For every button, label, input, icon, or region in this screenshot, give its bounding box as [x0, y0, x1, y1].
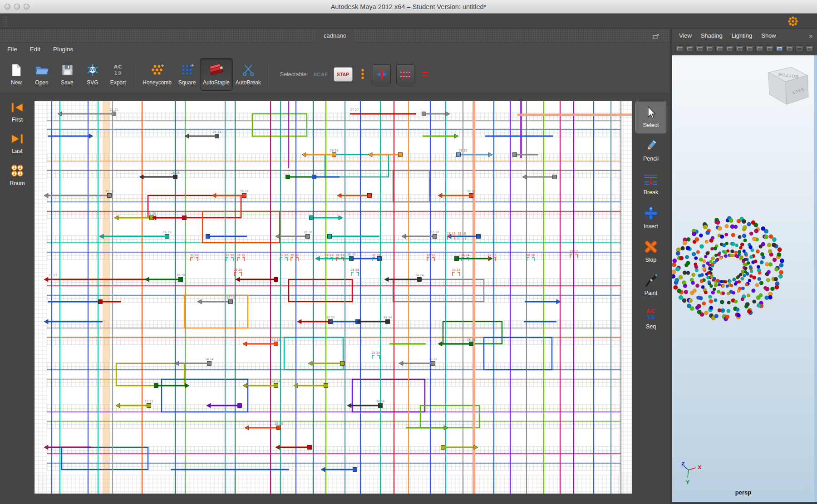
- cadnano-flower-icon[interactable]: [787, 15, 799, 29]
- svg-text:24 24: 24 24: [452, 268, 461, 272]
- insert-plus-icon: [644, 206, 658, 222]
- new-button[interactable]: New: [4, 58, 29, 91]
- skip-tool-button[interactable]: Skip: [635, 235, 666, 268]
- pane-menu-icon[interactable]: [675, 45, 684, 52]
- close-button[interactable]: [5, 4, 10, 10]
- viewport-menu-view[interactable]: View: [679, 32, 692, 39]
- helix-lines-button[interactable]: [420, 71, 432, 78]
- window-controls: [5, 4, 30, 10]
- view-cube-toggle-icon[interactable]: [725, 45, 734, 52]
- viewport-iconbar: [672, 43, 817, 55]
- camera-attributes-icon[interactable]: [695, 45, 704, 52]
- svg-text:12 12: 12 12: [226, 296, 235, 299]
- pencil-icon: [644, 139, 658, 154]
- seq-tool-button[interactable]: AC 19 Seq: [635, 302, 666, 335]
- paintbrush-icon: [644, 274, 658, 289]
- titlebar: Autodesk Maya 2012 x64 – Student Version…: [0, 0, 817, 14]
- gate-mask-icon[interactable]: [775, 45, 784, 52]
- cadnano-menubar: File Edit Plugins: [0, 43, 670, 55]
- insert-tool-button[interactable]: Insert: [635, 201, 666, 234]
- resolution-gate-icon[interactable]: [765, 45, 774, 52]
- safe-title-icon[interactable]: [795, 45, 804, 52]
- menu-file[interactable]: File: [7, 46, 17, 53]
- svg-text:34 34: 34 34: [272, 380, 281, 383]
- break-tool-label: Break: [644, 189, 659, 196]
- grid-toggle-icon[interactable]: [745, 45, 754, 52]
- svg-text:24 24: 24 24: [372, 351, 380, 355]
- viewport-menu-lighting[interactable]: Lighting: [732, 32, 753, 39]
- save-floppy-icon: [61, 63, 74, 77]
- autobreak-button[interactable]: AutoBreak: [233, 58, 264, 91]
- svg-text:36 36: 36 36: [467, 338, 476, 342]
- svg-text:28 28: 28 28: [527, 254, 535, 257]
- save-button-label: Save: [61, 79, 73, 86]
- viewport-menu-shading[interactable]: Shading: [701, 32, 723, 39]
- menu-plugins[interactable]: Plugins: [53, 46, 73, 53]
- menu-edit[interactable]: Edit: [30, 46, 40, 53]
- svg-text:AC: AC: [114, 64, 123, 70]
- svg-text:14 14: 14 14: [205, 357, 214, 361]
- isolate-select-icon[interactable]: [735, 45, 744, 52]
- svg-text:28 28: 28 28: [336, 254, 345, 257]
- toolbar-separator: [135, 61, 136, 88]
- first-label: First: [12, 117, 23, 123]
- svg-text:27 27: 27 27: [350, 108, 359, 112]
- paint-tool-button[interactable]: Paint: [635, 269, 666, 301]
- float-panel-icon[interactable]: [653, 33, 659, 41]
- autostaple-button-label: AutoStaple: [203, 79, 230, 86]
- rnum-label: Rnum: [10, 180, 25, 186]
- viewport-menu-show[interactable]: Show: [761, 32, 776, 39]
- perspective-viewport[interactable]: BOTTOMBACKZXY persp: [672, 55, 817, 502]
- open-button[interactable]: Open: [29, 58, 54, 91]
- pencil-tool-button[interactable]: Pencil: [635, 134, 666, 167]
- last-label: Last: [12, 148, 23, 154]
- heads-up-display-icon[interactable]: [805, 45, 814, 52]
- minimize-button[interactable]: [14, 4, 20, 10]
- svg-text:32 32: 32 32: [427, 254, 435, 257]
- bookmarks-icon[interactable]: [705, 45, 714, 52]
- select-tool-label: Select: [643, 122, 659, 128]
- shelf-grip-icon[interactable]: [3, 16, 8, 27]
- path-view-canvas[interactable]: 21 2127 2724 2426 2628 2826 2625 2528 28…: [34, 101, 632, 494]
- open-folder-icon: [35, 63, 49, 77]
- rnum-button[interactable]: 12 21 Rnum: [0, 164, 34, 186]
- autostaple-button[interactable]: AutoStaple: [200, 58, 233, 91]
- svg-text:19: 19: [114, 70, 122, 76]
- pencil-tool-label: Pencil: [643, 156, 659, 162]
- svg-text:13 13: 13 13: [145, 400, 153, 403]
- scaf-toggle[interactable]: SCAF: [314, 72, 328, 77]
- camera-name-label: persp: [735, 489, 751, 496]
- svg-text:32 32: 32 32: [272, 338, 281, 342]
- selectable-label: Selectable:: [280, 71, 308, 78]
- svg-text:X: X: [698, 465, 702, 470]
- break-tool-button[interactable]: Break: [635, 168, 666, 201]
- slice-tool-button[interactable]: [396, 64, 414, 84]
- camera-selection-icon[interactable]: [685, 45, 694, 52]
- modify-state-button[interactable]: [358, 68, 367, 81]
- svg-text:Y: Y: [685, 480, 690, 485]
- zoom-button[interactable]: [24, 4, 30, 10]
- first-button[interactable]: First: [0, 102, 34, 123]
- cadnano-panel-title: cadnano: [315, 29, 354, 43]
- square-button[interactable]: Square: [174, 58, 200, 91]
- paths-tool-button[interactable]: [373, 64, 391, 84]
- select-tool-button[interactable]: Select: [635, 101, 666, 133]
- svg-button[interactable]: SVG SVG: [80, 58, 105, 91]
- menu-overflow-chevron-icon[interactable]: »: [809, 32, 812, 39]
- svg-text:32 32: 32 32: [290, 254, 299, 257]
- image-plane-icon[interactable]: [715, 45, 724, 52]
- svg-text:28 28: 28 28: [275, 422, 283, 426]
- last-icon: [10, 133, 24, 146]
- safe-action-icon[interactable]: [785, 45, 794, 52]
- svg-text:19 19: 19 19: [163, 230, 172, 234]
- svg-text:18 18: 18 18: [447, 232, 456, 235]
- film-gate-icon[interactable]: [755, 45, 764, 52]
- stap-toggle[interactable]: STAP: [334, 67, 353, 82]
- selectable-group: Selectable: SCAF STAP: [280, 64, 432, 84]
- export-button[interactable]: AC 19 Export: [105, 58, 131, 91]
- last-button[interactable]: Last: [0, 133, 34, 154]
- save-button[interactable]: Save: [54, 58, 80, 91]
- red-grid-icon: [399, 69, 411, 80]
- red-dashes-icon: [422, 71, 430, 78]
- honeycomb-button[interactable]: Honeycomb: [140, 58, 174, 91]
